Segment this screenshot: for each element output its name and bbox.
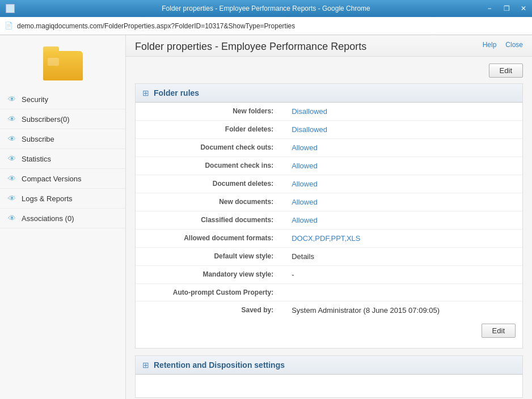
eye-icon: 👁 bbox=[7, 154, 17, 164]
prop-label: Document check ins: bbox=[136, 157, 282, 175]
content-area: Folder properties - Employee Performance… bbox=[126, 35, 532, 399]
page-title: Folder properties - Employee Performance… bbox=[135, 41, 366, 53]
table-row: New documents:Allowed bbox=[136, 193, 522, 211]
title-bar: Folder properties - Employee Performance… bbox=[0, 0, 532, 17]
prop-label: Default view style: bbox=[136, 248, 282, 266]
window-title: Folder properties - Employee Performance… bbox=[162, 5, 370, 12]
window-controls: − ❐ ✕ bbox=[481, 0, 532, 17]
sidebar-label-logs-reports: Logs & Reports bbox=[22, 194, 73, 203]
restore-button[interactable]: ❐ bbox=[498, 0, 515, 17]
table-row: New folders:Disallowed bbox=[136, 103, 522, 121]
eye-icon: 👁 bbox=[7, 213, 17, 223]
sidebar-item-subscribers[interactable]: 👁 Subscribers(0) bbox=[0, 109, 125, 129]
table-row: Classified documents:Allowed bbox=[136, 211, 522, 230]
sidebar-item-security[interactable]: 👁 Security bbox=[0, 90, 125, 109]
eye-icon: 👁 bbox=[7, 134, 17, 144]
prop-label: Document deletes: bbox=[136, 175, 282, 193]
sidebar-label-statistics: Statistics bbox=[22, 155, 51, 163]
bottom-edit-button[interactable]: Edit bbox=[482, 324, 516, 338]
eye-icon: 👁 bbox=[7, 193, 17, 203]
retention-header: ⊞ Retention and Disposition settings bbox=[136, 356, 522, 375]
prop-value: Details bbox=[282, 248, 522, 266]
prop-value: - bbox=[282, 266, 522, 284]
sidebar: 👁 Security 👁 Subscribers(0) 👁 Subscribe … bbox=[0, 35, 126, 399]
top-edit-button[interactable]: Edit bbox=[489, 63, 523, 78]
table-row: Saved by:System Administrator (8 June 20… bbox=[136, 302, 522, 320]
content-scroll[interactable]: Edit ⊞ Folder rules New folders:Disallow… bbox=[126, 57, 532, 399]
prop-label: Folder deletes: bbox=[136, 121, 282, 139]
sidebar-item-associations[interactable]: 👁 Associations (0) bbox=[0, 209, 125, 228]
table-row: Document check outs:Allowed bbox=[136, 139, 522, 157]
top-edit-btn-row: Edit bbox=[135, 63, 523, 78]
table-row: Document deletes:Allowed bbox=[136, 175, 522, 193]
prop-label: Auto-prompt Custom Property: bbox=[136, 284, 282, 302]
prop-label: Mandatory view style: bbox=[136, 266, 282, 284]
prop-label: New folders: bbox=[136, 103, 282, 121]
prop-value[interactable]: Allowed bbox=[282, 211, 522, 230]
sidebar-label-associations: Associations (0) bbox=[22, 214, 74, 223]
table-row: Allowed document formats:DOCX,PDF,PPT,XL… bbox=[136, 230, 522, 248]
close-link[interactable]: Close bbox=[505, 41, 523, 49]
table-row: Folder deletes:Disallowed bbox=[136, 121, 522, 139]
prop-value[interactable]: Disallowed bbox=[282, 121, 522, 139]
prop-label: Classified documents: bbox=[136, 211, 282, 230]
table-row: Default view style:Details bbox=[136, 248, 522, 266]
prop-label: Allowed document formats: bbox=[136, 230, 282, 248]
prop-label: Document check outs: bbox=[136, 139, 282, 157]
main-layout: 👁 Security 👁 Subscribers(0) 👁 Subscribe … bbox=[0, 35, 532, 399]
sidebar-label-subscribe: Subscribe bbox=[22, 135, 54, 143]
folder-icon bbox=[43, 46, 83, 80]
prop-value: System Administrator (8 June 2015 07:09:… bbox=[282, 302, 522, 320]
retention-title: Retention and Disposition settings bbox=[154, 360, 285, 370]
address-bar: 📄 demo.magiqdocuments.com/FolderProperti… bbox=[0, 17, 532, 35]
nav-items: 👁 Security 👁 Subscribers(0) 👁 Subscribe … bbox=[0, 90, 125, 228]
sidebar-item-subscribe[interactable]: 👁 Subscribe bbox=[0, 129, 125, 149]
prop-value[interactable]: Allowed bbox=[282, 175, 522, 193]
app-icon bbox=[6, 4, 15, 13]
eye-icon: 👁 bbox=[7, 94, 17, 104]
folder-rules-section: ⊞ Folder rules New folders:DisallowedFol… bbox=[135, 83, 523, 349]
sidebar-item-statistics[interactable]: 👁 Statistics bbox=[0, 149, 125, 169]
retention-section: ⊞ Retention and Disposition settings bbox=[135, 355, 523, 398]
sidebar-item-logs-reports[interactable]: 👁 Logs & Reports bbox=[0, 189, 125, 209]
url-text: demo.magiqdocuments.com/FolderProperties… bbox=[17, 22, 295, 30]
prop-label: New documents: bbox=[136, 193, 282, 211]
table-row: Document check ins:Allowed bbox=[136, 157, 522, 175]
help-link[interactable]: Help bbox=[483, 41, 497, 49]
prop-label: Saved by: bbox=[136, 302, 282, 320]
prop-value[interactable]: Allowed bbox=[282, 157, 522, 175]
folder-rules-table: New folders:DisallowedFolder deletes:Dis… bbox=[136, 103, 522, 319]
prop-value[interactable]: Allowed bbox=[282, 139, 522, 157]
prop-value[interactable]: DOCX,PDF,PPT,XLS bbox=[282, 230, 522, 248]
sidebar-label-security: Security bbox=[22, 95, 48, 104]
grid-icon-2: ⊞ bbox=[142, 360, 149, 370]
eye-icon: 👁 bbox=[7, 173, 17, 184]
eye-icon: 👁 bbox=[7, 114, 17, 124]
sidebar-label-subscribers: Subscribers(0) bbox=[22, 115, 70, 124]
prop-value[interactable]: Allowed bbox=[282, 193, 522, 211]
minimize-button[interactable]: − bbox=[481, 0, 498, 17]
close-window-button[interactable]: ✕ bbox=[515, 0, 532, 17]
table-row: Mandatory view style:- bbox=[136, 266, 522, 284]
sidebar-label-compact-versions: Compact Versions bbox=[22, 175, 82, 183]
table-row: Auto-prompt Custom Property: bbox=[136, 284, 522, 302]
prop-value bbox=[282, 284, 522, 302]
header-links: Help Close bbox=[483, 41, 523, 49]
page-icon: 📄 bbox=[5, 22, 14, 31]
content-header: Folder properties - Employee Performance… bbox=[126, 35, 532, 57]
prop-value[interactable]: Disallowed bbox=[282, 103, 522, 121]
sidebar-item-compact-versions[interactable]: 👁 Compact Versions bbox=[0, 169, 125, 189]
folder-rules-title: Folder rules bbox=[154, 88, 199, 97]
bottom-edit-btn-row: Edit bbox=[136, 319, 522, 342]
grid-icon: ⊞ bbox=[142, 88, 149, 97]
folder-rules-header: ⊞ Folder rules bbox=[136, 84, 522, 103]
